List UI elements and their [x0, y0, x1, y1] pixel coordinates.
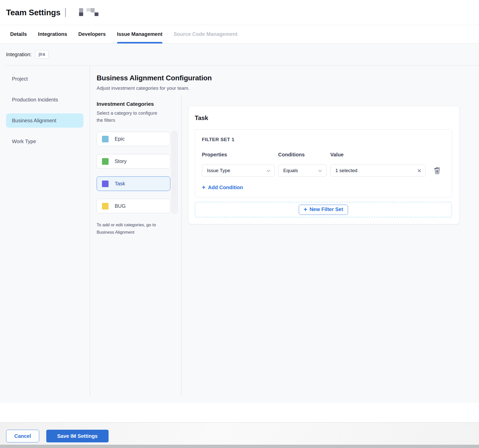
epic-color-swatch — [102, 136, 109, 142]
properties-header: Properties — [202, 152, 278, 158]
add-condition-link[interactable]: + Add Condition — [202, 184, 243, 190]
plus-icon: + — [202, 184, 205, 190]
tab-integrations[interactable]: Integrations — [38, 25, 67, 43]
filter-card-title: Task — [195, 114, 452, 122]
category-label: Task — [115, 181, 125, 187]
property-select-value: Issue Type — [207, 168, 230, 173]
filter-set: FILTER SET 1 Properties Conditions Value… — [195, 129, 452, 197]
category-label: Epic — [115, 136, 125, 142]
team-settings-page: Team Settings Details Integrations Devel… — [0, 0, 479, 448]
new-filter-set-dropzone: + New Filter Set — [195, 202, 452, 217]
settings-nav: Project Production Incidents Business Al… — [0, 66, 90, 395]
tab-bar: Details Integrations Developers Issue Ma… — [0, 25, 479, 43]
categories-note: To add or edit categories, go to Busines… — [97, 221, 163, 236]
integration-row: Integration: jira — [0, 43, 479, 65]
category-label: BUG — [115, 203, 126, 209]
category-card-epic[interactable]: Epic — [97, 132, 170, 146]
section-subtitle: Adjust investment categories for your te… — [97, 85, 479, 91]
filter-set-title: FILTER SET 1 — [202, 137, 445, 142]
bottom-window-strip — [0, 445, 479, 448]
integration-label: Integration: — [6, 52, 32, 57]
clear-value-icon[interactable]: ✕ — [417, 168, 422, 173]
condition-select[interactable]: Equals — [278, 165, 326, 177]
conditions-header: Conditions — [278, 152, 330, 158]
categories-heading: Investment Categories — [97, 101, 181, 107]
category-list-scrollbar[interactable] — [171, 131, 178, 214]
tab-source-code-management[interactable]: Source Code Management — [174, 25, 237, 43]
delete-condition-button[interactable] — [434, 167, 441, 175]
category-label: Story — [115, 158, 127, 164]
tab-developers[interactable]: Developers — [78, 25, 106, 43]
story-color-swatch — [102, 158, 109, 165]
category-card-bug[interactable]: BUG — [97, 199, 170, 213]
value-header: Value — [330, 152, 426, 158]
title-separator — [65, 8, 66, 17]
integration-badge: jira — [35, 50, 49, 59]
task-color-swatch — [102, 181, 109, 187]
value-selected-count: 1 selected — [335, 168, 357, 173]
section-title: Business Alignment Configuration — [97, 74, 479, 82]
new-filter-set-button[interactable]: + New Filter Set — [299, 205, 348, 215]
nav-item-work-type[interactable]: Work Type — [6, 134, 83, 148]
redacted-team-name — [79, 8, 102, 17]
page-header: Team Settings — [0, 0, 479, 25]
tab-details[interactable]: Details — [10, 25, 27, 43]
main-area: Business Alignment Configuration Adjust … — [90, 66, 479, 403]
filter-card: Task FILTER SET 1 Properties Conditions … — [188, 106, 459, 224]
categories-hint: Select a category to configure the filte… — [97, 110, 162, 124]
new-filter-set-label: New Filter Set — [309, 206, 343, 212]
section-header: Business Alignment Configuration Adjust … — [90, 66, 479, 91]
bug-color-swatch — [102, 203, 109, 210]
add-condition-label: Add Condition — [208, 185, 243, 190]
cancel-button[interactable]: Cancel — [6, 430, 39, 442]
footer-spacer — [0, 403, 479, 422]
chevron-down-icon — [318, 168, 322, 173]
filter-configuration-area: Task FILTER SET 1 Properties Conditions … — [182, 95, 479, 403]
condition-select-value: Equals — [283, 168, 298, 173]
category-card-story[interactable]: Story — [97, 154, 170, 169]
category-card-task[interactable]: Task — [97, 176, 170, 191]
filter-condition-row: Issue Type Equals — [202, 165, 445, 177]
save-im-settings-button[interactable]: Save IM Settings — [46, 430, 109, 442]
tab-issue-management[interactable]: Issue Management — [117, 25, 162, 43]
filter-column-headers: Properties Conditions Value — [202, 152, 445, 158]
plus-icon: + — [304, 206, 307, 213]
chevron-down-icon — [266, 168, 271, 173]
page-title: Team Settings — [6, 8, 61, 17]
nav-item-production-incidents[interactable]: Production Incidents — [6, 93, 83, 107]
content-area: Integration: jira Project Production Inc… — [0, 43, 479, 403]
value-multiselect[interactable]: 1 selected ✕ — [330, 165, 426, 177]
nav-item-business-alignment[interactable]: Business Alignment — [6, 113, 83, 128]
investment-categories-panel: Investment Categories Select a category … — [90, 95, 182, 395]
action-footer: Cancel Save IM Settings — [0, 422, 479, 445]
nav-item-project[interactable]: Project — [6, 72, 83, 86]
trash-icon — [434, 167, 441, 175]
property-select[interactable]: Issue Type — [202, 165, 275, 177]
category-list: Epic Story Task — [97, 132, 181, 213]
